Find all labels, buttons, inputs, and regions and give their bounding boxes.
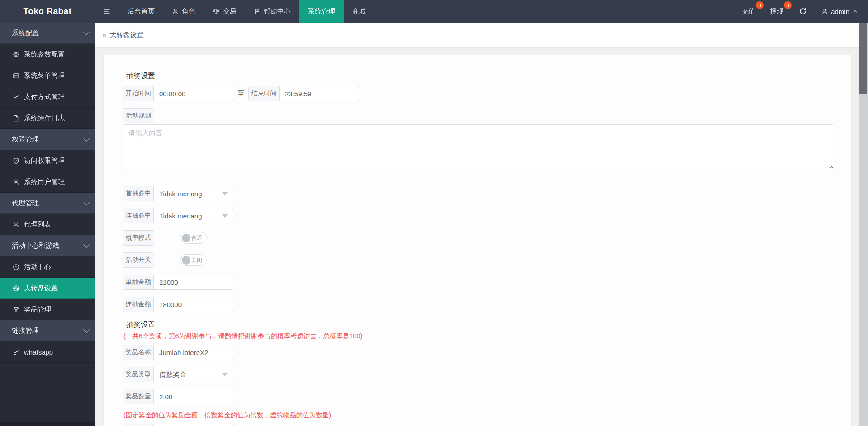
first-draw-row: 首抽必中 Tidak menang [123,186,833,201]
trophy-icon [13,306,19,313]
activity-rules-textarea[interactable] [123,124,834,169]
single-weight-group: 单抽权重 [123,424,233,426]
sidebar: 系统配置 系统参数配置 系统菜单管理 支付方式管理 系统操作日志 [0,23,95,426]
chevron-down-icon [83,199,90,205]
withdraw-button[interactable]: 提现 0 [763,0,791,23]
hamburger-icon [103,8,111,15]
sidebar-item-wheel-settings[interactable]: 大转盘设置 [0,278,95,299]
file-icon [13,115,19,122]
single-amount-row: 单抽金额 [123,275,833,290]
dollar-circle-icon: $ [13,264,19,270]
single-weight-label: 单抽权重 [123,424,154,426]
shield-check-icon [13,157,19,164]
prize-qty-group: 奖品数量 [123,389,233,404]
caret-down-icon [222,214,228,218]
chevron-down-icon [83,241,90,248]
caret-down-icon [222,192,228,195]
first-draw-label: 首抽必中 [123,186,154,201]
nav-item-mall[interactable]: 商城 [344,0,375,23]
prize-qty-row: 奖品数量 [123,389,833,404]
sidebar-item-system-params[interactable]: 系统参数配置 [0,44,95,65]
prize-name-group: 奖品名称 [123,345,233,360]
end-time-label: 结束时间 [249,86,280,101]
nav-item-system-management[interactable]: 系统管理 [299,0,344,23]
gear-icon [13,51,19,58]
user-icon [13,221,19,228]
single-amount-input[interactable] [154,275,233,289]
single-amount-label: 单抽金额 [123,275,154,289]
user-name: admin [831,8,849,15]
activity-switch-row: 活动开关 关闭 [123,252,833,268]
user-icon [821,8,828,15]
breadcrumb-bar: » 大转盘设置 [95,23,868,48]
navbar-right: 充值 0 提现 0 admin [735,0,868,23]
wheel-icon [13,285,19,292]
combo-draw-select[interactable]: Tidak menang [154,208,233,223]
sidebar-item-prize-management[interactable]: 奖品管理 [0,299,95,320]
first-draw-select[interactable]: Tidak menang [154,186,233,201]
sidebar-item-agent-list[interactable]: 代理列表 [0,214,95,235]
sidebar-collapse-button[interactable] [95,0,119,23]
sidebar-item-access-permissions[interactable]: 访问权限管理 [0,150,95,171]
app-logo: Toko Rabat [0,0,95,23]
vertical-scrollbar[interactable] [859,23,868,426]
scrollbar-thumb[interactable] [859,23,867,94]
svg-text:$: $ [15,265,17,269]
link-icon [13,94,19,100]
time-range-row: 开始时间 至 结束时间 [123,86,833,101]
sidebar-bottom-strip [0,422,95,426]
section-title-prize-settings: 抽奖设置 [123,320,833,330]
chevron-down-icon [83,135,90,142]
section-title-draw-settings: 抽奖设置 [123,71,833,81]
withdraw-badge: 0 [784,1,792,9]
breadcrumb-chevrons-icon: » [102,31,106,40]
sidebar-item-system-users[interactable]: 系统用户管理 [0,171,95,193]
probability-mode-label: 概率模式 [123,230,154,246]
prize-type-row: 奖品类型 倍数奖金 [123,367,833,382]
scales-icon [213,8,220,15]
time-separator: 至 [237,90,244,98]
sidebar-group-agents[interactable]: 代理管理 [0,193,95,214]
user-icon [172,8,179,15]
activity-switch-label: 活动开关 [123,252,154,268]
prize-type-select[interactable]: 倍数奖金 [154,367,233,382]
sidebar-item-payment-methods[interactable]: 支付方式管理 [0,86,95,108]
recharge-button[interactable]: 充值 0 [735,0,763,23]
single-weight-row: 单抽权重 [123,424,833,426]
sidebar-item-system-menu[interactable]: 系统菜单管理 [0,65,95,86]
chevron-down-icon [83,327,90,333]
sidebar-item-whatsapp[interactable]: whatsapp [0,341,95,363]
prize-qty-input[interactable] [154,389,233,404]
sidebar-item-activity-center[interactable]: $ 活动中心 [0,256,95,278]
single-weight-input[interactable] [154,424,233,426]
user-menu[interactable]: admin [815,0,868,23]
combo-amount-row: 连抽金额 [123,297,833,312]
nav-item-dashboard[interactable]: 后台首页 [119,0,163,23]
activity-rules-label: 活动规则 [123,108,154,123]
sidebar-group-permissions[interactable]: 权限管理 [0,129,95,150]
prize-type-group: 奖品类型 倍数奖金 [123,367,233,382]
combo-amount-group: 连抽金额 [123,297,233,312]
prize-type-label: 奖品类型 [123,367,154,382]
nav-item-roles[interactable]: 角色 [163,0,204,23]
flag-icon [254,8,261,15]
sidebar-group-system-config[interactable]: 系统配置 [0,23,95,44]
toggle-knob [182,234,190,242]
combo-amount-input[interactable] [154,297,233,312]
activity-switch-toggle[interactable]: 关闭 [180,254,207,266]
refresh-button[interactable] [791,0,815,23]
settings-card: 抽奖设置 开始时间 至 结束时间 活动规则 首抽必中 Tidak menang [103,55,852,426]
sidebar-item-operation-logs[interactable]: 系统操作日志 [0,108,95,129]
prize-qty-label: 奖品数量 [123,389,154,404]
prize-name-input[interactable] [154,345,233,360]
end-time-input[interactable] [280,86,359,101]
sidebar-group-links[interactable]: 链接管理 [0,320,95,341]
nav-item-transactions[interactable]: 交易 [204,0,245,23]
sidebar-group-activity-games[interactable]: 活动中心和游戏 [0,235,95,256]
combo-draw-label: 连抽必中 [123,208,154,223]
single-amount-group: 单抽金额 [123,275,233,290]
nav-item-help-center[interactable]: 帮助中心 [245,0,299,23]
start-time-input[interactable] [154,86,233,101]
probability-mode-toggle[interactable]: 普通 [180,232,207,244]
first-draw-group: 首抽必中 Tidak menang [123,186,233,201]
